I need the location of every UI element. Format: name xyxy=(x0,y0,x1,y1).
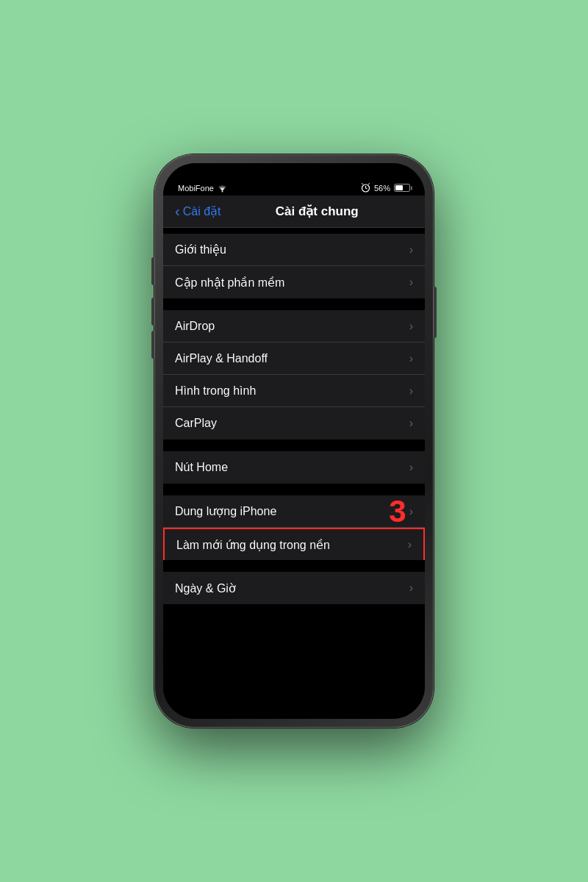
list-item-highlighted[interactable]: Làm mới ứng dụng trong nền › xyxy=(163,528,425,560)
wifi-icon xyxy=(217,184,228,193)
page-title: Cài đặt chung xyxy=(220,204,413,219)
battery-icon xyxy=(394,184,410,192)
back-button[interactable]: ‹ Cài đặt xyxy=(175,204,220,220)
chevron-icon: › xyxy=(409,243,413,257)
chevron-icon: › xyxy=(409,417,413,430)
svg-point-0 xyxy=(221,190,223,192)
settings-list: Giới thiệu › Cập nhật phần mềm › AirDrop… xyxy=(163,228,425,719)
chevron-icon: › xyxy=(409,276,413,289)
phone-notch xyxy=(243,163,345,184)
list-item[interactable]: AirDrop › xyxy=(163,310,425,343)
carrier-info: MobiFone xyxy=(178,184,228,193)
chevron-icon: › xyxy=(409,581,413,595)
section-4: Dung lượng iPhone 3 › Làm mới ứng dụng t… xyxy=(163,495,425,560)
item-label-cap-nhat: Cập nhật phần mềm xyxy=(175,276,409,290)
back-chevron-icon: ‹ xyxy=(175,203,180,220)
chevron-icon: › xyxy=(408,538,412,551)
section-2: AirDrop › AirPlay & Handoff › Hình trong… xyxy=(163,310,425,440)
phone-screen: MobiFone 56% xyxy=(163,163,425,719)
badge-number-3: 3 xyxy=(389,496,406,527)
list-item[interactable]: Dung lượng iPhone 3 › xyxy=(163,495,425,528)
svg-line-4 xyxy=(362,184,363,185)
section-gap xyxy=(163,440,425,445)
section-gap xyxy=(163,560,425,566)
alarm-icon xyxy=(361,183,370,193)
battery-percentage: 56% xyxy=(374,184,390,193)
chevron-icon: › xyxy=(409,320,413,333)
list-item[interactable]: Nút Home › xyxy=(163,451,425,484)
item-label-airdrop: AirDrop xyxy=(175,320,409,333)
svg-line-3 xyxy=(365,188,367,189)
item-label-lam-moi: Làm mới ứng dụng trong nền xyxy=(176,538,408,552)
phone-device: MobiFone 56% xyxy=(154,154,434,728)
item-label-dung-luong: Dung lượng iPhone xyxy=(175,504,389,518)
section-3: Nút Home › xyxy=(163,451,425,484)
chevron-icon: › xyxy=(409,352,413,365)
nav-bar: ‹ Cài đặt Cài đặt chung xyxy=(163,196,425,228)
section-5: Ngày & Giờ › xyxy=(163,572,425,604)
section-gap xyxy=(163,298,425,304)
battery-fill xyxy=(395,185,403,190)
section-gap xyxy=(163,484,425,490)
item-label-gioi-thieu: Giới thiệu xyxy=(175,243,409,257)
status-right: 56% xyxy=(361,183,410,193)
list-item[interactable]: Hình trong hình › xyxy=(163,375,425,407)
section-1: Giới thiệu › Cập nhật phần mềm › xyxy=(163,234,425,298)
carrier-name: MobiFone xyxy=(178,184,214,193)
svg-line-5 xyxy=(368,184,370,185)
item-label-carplay: CarPlay xyxy=(175,417,409,430)
list-item[interactable]: CarPlay › xyxy=(163,407,425,440)
item-label-ngay-gio: Ngày & Giờ xyxy=(175,581,409,595)
list-item[interactable]: Giới thiệu › xyxy=(163,234,425,266)
list-item[interactable]: Cập nhật phần mềm › xyxy=(163,266,425,298)
item-label-airplay: AirPlay & Handoff xyxy=(175,352,409,365)
chevron-icon: › xyxy=(409,461,413,474)
list-item[interactable]: Ngày & Giờ › xyxy=(163,572,425,604)
chevron-icon: › xyxy=(409,384,413,398)
item-label-hinh: Hình trong hình xyxy=(175,384,409,398)
chevron-icon: › xyxy=(409,505,413,518)
back-label: Cài đặt xyxy=(183,204,221,218)
list-item[interactable]: AirPlay & Handoff › xyxy=(163,343,425,375)
item-label-nut-home: Nút Home xyxy=(175,461,409,474)
